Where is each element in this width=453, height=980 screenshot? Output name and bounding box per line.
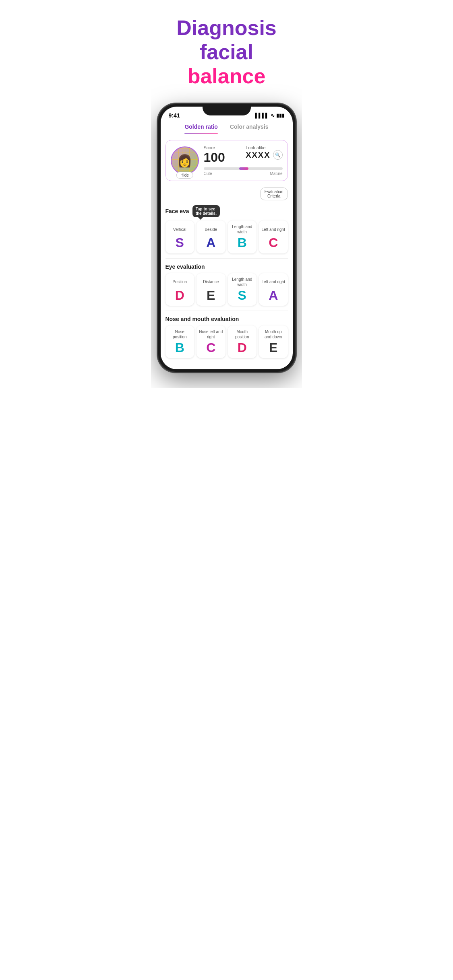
grade-card-mouth-position[interactable]: Mouth position D xyxy=(228,325,257,358)
hide-button[interactable]: Hide xyxy=(176,172,193,179)
grade-card-beside[interactable]: Beside A xyxy=(197,220,225,253)
grade-letter-lr-eye: A xyxy=(261,288,285,303)
grade-card-left-right-face[interactable]: Left and right C xyxy=(259,220,288,253)
score-column: Score 100 xyxy=(204,145,238,165)
slider-fill xyxy=(239,167,249,170)
score-label: Score xyxy=(204,145,238,150)
divider-1 xyxy=(165,258,288,259)
phone-notch xyxy=(203,104,251,115)
grade-label-nose-position: Nose position xyxy=(168,329,192,340)
grade-card-nose-position[interactable]: Nose position B xyxy=(165,325,194,358)
nose-mouth-eval-title-text: Nose and mouth evaluation xyxy=(165,316,239,322)
wifi-icon: ∿ xyxy=(271,113,275,118)
search-button[interactable]: 🔍 xyxy=(273,150,283,160)
hero-line2: balance xyxy=(188,64,266,88)
grade-label-position-eye: Position xyxy=(168,276,192,288)
grade-card-lr-eye[interactable]: Left and right A xyxy=(259,273,288,306)
grade-letter-nose-position: B xyxy=(168,341,192,355)
signal-icon: ▌▌▌▌ xyxy=(255,113,269,118)
eye-eval-title-text: Eye evaluation xyxy=(165,264,205,270)
grade-letter-nose-lr: C xyxy=(199,341,223,355)
grade-card-mouth-ud[interactable]: Mouth up and down E xyxy=(259,325,288,358)
face-eval-title: Face eva Tap to seethe details. xyxy=(165,205,288,217)
grade-label-mouth-ud: Mouth up and down xyxy=(261,329,285,340)
score-value: 100 xyxy=(204,150,238,165)
look-alike-label: Look alike xyxy=(246,145,282,150)
grade-label-lw-eye: Length and width xyxy=(230,276,254,288)
grade-letter-lw-eye: S xyxy=(230,288,254,303)
score-info: Score 100 Look alike XXXX 🔍 xyxy=(204,145,283,176)
eye-eval-title: Eye evaluation xyxy=(165,264,288,270)
grade-label-left-right-face: Left and right xyxy=(261,224,285,235)
eye-evaluation-section: Eye evaluation Position D Distance E Len… xyxy=(161,260,293,309)
look-alike-row: XXXX 🔍 xyxy=(246,150,282,160)
page-wrapper: Diagnosis facial balance 9:41 ▌▌▌▌ ∿ ▮▮▮ xyxy=(151,0,302,388)
tab-golden-ratio[interactable]: Golden ratio xyxy=(184,124,217,133)
divider-2 xyxy=(165,311,288,311)
grade-label-mouth-position: Mouth position xyxy=(230,329,254,340)
face-eval-title-text: Face eva xyxy=(165,208,189,214)
grade-letter-mouth-position: D xyxy=(230,341,254,355)
eye-eval-grid: Position D Distance E Length and width S xyxy=(165,273,288,306)
look-alike-name: XXXX xyxy=(246,150,270,160)
hero-line1: Diagnosis facial xyxy=(176,16,277,64)
grade-letter-vertical: S xyxy=(168,236,192,250)
slider-labels: Cute Mature xyxy=(204,171,283,176)
battery-icon: ▮▮▮ xyxy=(276,113,285,118)
slider-track xyxy=(204,167,283,170)
grade-card-position-eye[interactable]: Position D xyxy=(165,273,194,306)
status-icons: ▌▌▌▌ ∿ ▮▮▮ xyxy=(255,113,284,118)
grade-letter-length-width: B xyxy=(230,236,254,250)
face-eval-grid: Vertical S Beside A Length and width B xyxy=(165,220,288,253)
grade-card-vertical[interactable]: Vertical S xyxy=(165,220,194,253)
phone-screen: 9:41 ▌▌▌▌ ∿ ▮▮▮ Golden ratio Color analy… xyxy=(161,107,293,369)
face-evaluation-section: Face eva Tap to seethe details. Vertical… xyxy=(161,202,293,256)
grade-label-nose-lr: Nose left and right xyxy=(199,329,223,340)
status-time: 9:41 xyxy=(169,112,180,119)
grade-letter-left-right-face: C xyxy=(261,236,285,250)
grade-card-nose-lr[interactable]: Nose left and right C xyxy=(197,325,225,358)
grade-card-lw-eye[interactable]: Length and width S xyxy=(228,273,257,306)
phone-wrapper: 9:41 ▌▌▌▌ ∿ ▮▮▮ Golden ratio Color analy… xyxy=(151,96,302,388)
nose-mouth-eval-grid: Nose position B Nose left and right C Mo… xyxy=(165,325,288,358)
slider-label-mature: Mature xyxy=(270,171,282,176)
nose-mouth-eval-title: Nose and mouth evaluation xyxy=(165,316,288,322)
bottom-spacer xyxy=(161,361,293,369)
tab-color-analysis[interactable]: Color analysis xyxy=(230,124,269,133)
phone-shell: 9:41 ▌▌▌▌ ∿ ▮▮▮ Golden ratio Color analy… xyxy=(158,104,295,372)
grade-label-distance-eye: Distance xyxy=(199,276,223,288)
slider-label-cute: Cute xyxy=(204,171,212,176)
score-row: Score 100 Look alike XXXX 🔍 xyxy=(204,145,283,165)
grade-label-lr-eye: Left and right xyxy=(261,276,285,288)
avatar-face: 👩 xyxy=(172,147,198,174)
grade-card-length-width[interactable]: Length and width B xyxy=(228,220,257,253)
grade-label-length-width: Length and width xyxy=(230,224,254,235)
grade-letter-mouth-ud: E xyxy=(261,341,285,355)
nose-mouth-evaluation-section: Nose and mouth evaluation Nose position … xyxy=(161,313,293,361)
score-card: 👩 Hide Score 100 Look alike xyxy=(165,140,288,181)
eval-criteria-button[interactable]: EvaluationCriteria xyxy=(260,187,288,200)
cute-mature-slider: Cute Mature xyxy=(204,167,283,176)
tab-bar: Golden ratio Color analysis xyxy=(161,120,293,135)
grade-card-distance-eye[interactable]: Distance E xyxy=(197,273,225,306)
grade-label-vertical: Vertical xyxy=(168,224,192,235)
look-alike-column: Look alike XXXX 🔍 xyxy=(246,145,282,165)
tooltip-bubble: Tap to seethe details. xyxy=(192,205,220,217)
hero-title: Diagnosis facial balance xyxy=(151,0,302,96)
avatar: 👩 xyxy=(171,146,199,175)
eval-criteria-row: EvaluationCriteria xyxy=(161,186,293,202)
grade-label-beside: Beside xyxy=(199,224,223,235)
grade-letter-beside: A xyxy=(199,236,223,250)
grade-letter-distance-eye: E xyxy=(199,288,223,303)
grade-letter-position-eye: D xyxy=(168,288,192,303)
